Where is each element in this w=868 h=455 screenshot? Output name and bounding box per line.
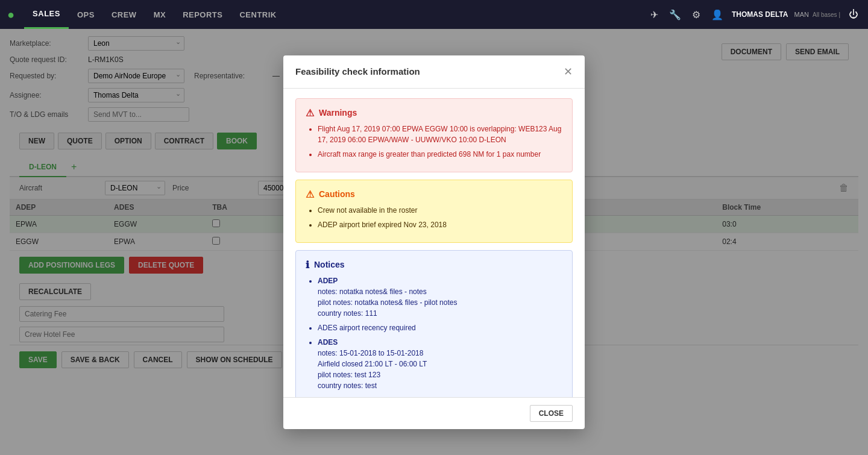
close-modal-button[interactable]: CLOSE — [530, 405, 573, 422]
gear-icon[interactable]: ⚙ — [690, 7, 703, 23]
modal-title: Feasibility check information — [295, 66, 420, 77]
app-logo: ● — [7, 8, 14, 22]
main-content: DOCUMENT SEND EMAIL Marketplace: Leon Qu… — [0, 29, 868, 455]
top-navigation: ● SALES OPS CREW MX REPORTS CENTRIK ✈ 🔧 … — [0, 0, 868, 29]
modal-close-x[interactable]: ✕ — [564, 65, 573, 78]
user-name: THOMAS DELTA — [732, 10, 788, 19]
notice-adep: ADEP notes: notatka notes& files - notes… — [318, 275, 562, 319]
power-icon[interactable]: ⏻ — [846, 7, 861, 22]
nav-mx[interactable]: MX — [145, 0, 175, 29]
notice-ades-recency: ADES airport recency required — [318, 322, 562, 333]
warnings-box: ⚠ Warnings Flight Aug 17, 2019 07:00 EPW… — [295, 98, 573, 172]
notices-header: ℹ Notices — [306, 259, 562, 271]
cautions-body: Crew not available in the roster ADEP ai… — [306, 205, 562, 230]
caution-item: Crew not available in the roster — [318, 205, 562, 216]
warning-item: Flight Aug 17, 2019 07:00 EPWA EGGW 10:0… — [318, 124, 562, 145]
warning-item: Aircraft max range is greater than predi… — [318, 149, 562, 160]
modal-footer: CLOSE — [283, 397, 585, 429]
notice-ades: ADES notes: 15-01-2018 to 15-01-2018 Air… — [318, 337, 562, 391]
modal-header: Feasibility check information ✕ — [283, 55, 585, 89]
warnings-title: Warnings — [319, 108, 357, 118]
plane-icon[interactable]: ✈ — [648, 7, 661, 23]
cautions-header: ⚠ Cautions — [306, 189, 562, 200]
cautions-box: ⚠ Cautions Crew not available in the ros… — [295, 180, 573, 243]
nav-ops[interactable]: OPS — [69, 0, 103, 29]
nav-reports[interactable]: REPORTS — [174, 0, 231, 29]
nav-sales[interactable]: SALES — [24, 0, 69, 29]
feasibility-modal: Feasibility check information ✕ ⚠ Warnin… — [283, 55, 585, 429]
man-label[interactable]: MAN All bases | — [794, 11, 840, 18]
info-circle-icon: ℹ — [306, 259, 309, 271]
notices-box: ℹ Notices ADEP notes: notatka notes& fil… — [295, 250, 573, 397]
warnings-body: Flight Aug 17, 2019 07:00 EPWA EGGW 10:0… — [306, 124, 562, 160]
caution-triangle-icon: ⚠ — [306, 189, 314, 200]
cautions-title: Cautions — [319, 189, 355, 199]
wrench-icon[interactable]: 🔧 — [667, 7, 684, 23]
nav-centrik[interactable]: CENTRIK — [231, 0, 285, 29]
modal-overlay: Feasibility check information ✕ ⚠ Warnin… — [0, 29, 868, 455]
notices-title: Notices — [314, 260, 345, 269]
all-bases-label: All bases | — [813, 11, 840, 18]
caution-item: ADEP airport brief expired Nov 23, 2018 — [318, 219, 562, 230]
notices-body: ADEP notes: notatka notes& files - notes… — [306, 275, 562, 397]
modal-body: ⚠ Warnings Flight Aug 17, 2019 07:00 EPW… — [283, 89, 585, 397]
nav-crew[interactable]: CREW — [103, 0, 145, 29]
warnings-header: ⚠ Warnings — [306, 107, 562, 119]
warning-triangle-icon: ⚠ — [306, 107, 314, 119]
user-icon: 👤 — [709, 7, 726, 23]
